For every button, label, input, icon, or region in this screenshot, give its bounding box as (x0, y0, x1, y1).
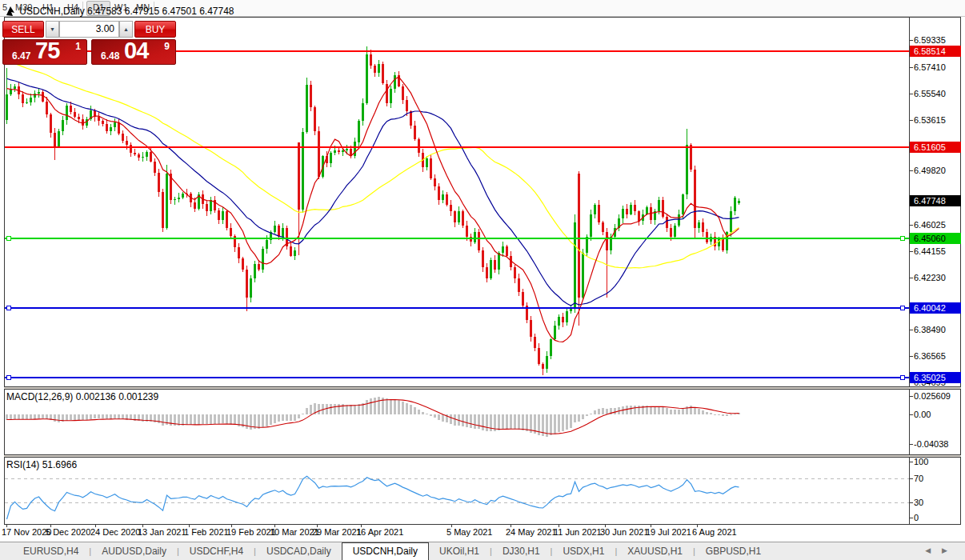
price-tick-label: 6.57410 (914, 62, 946, 72)
macd-name: MACD(12,26,9) (6, 391, 73, 402)
rsi-tick-label: 0 (914, 513, 919, 522)
price-tick-tickmark (909, 170, 913, 171)
price-tick-tickmark (909, 40, 913, 41)
chart-tab-EURUSD-H4[interactable]: EURUSD,H4 (13, 542, 89, 560)
macd-tick-tickmark (909, 396, 913, 397)
chart-tab-USDCHF-H4[interactable]: USDCHF,H4 (179, 542, 254, 560)
buy-price-sup: 9 (164, 41, 170, 52)
price-tick-label: 6.44155 (914, 246, 946, 256)
price-tick-tickmark (909, 225, 913, 226)
tab-scroll-arrows: ◀▶ (925, 546, 959, 554)
rsi-tick-label: 70 (914, 474, 923, 483)
chart-tab-DJ30-H1[interactable]: DJ30,H1 (492, 542, 551, 560)
rsi-label: RSI(14) 51.6966 (6, 459, 77, 470)
price-badge-6.35025: 6.35025 (910, 372, 961, 383)
one-click-trading-arrow-icon[interactable] (6, 6, 17, 16)
macd-tick-label: 0.00 (914, 410, 931, 419)
price-tick-tickmark (909, 67, 913, 68)
price-tick-tickmark (909, 330, 913, 330)
price-tick-label: 6.49820 (914, 166, 946, 175)
price-tick-label: 6.38490 (914, 325, 946, 334)
price-badge-6.45060: 6.45060 (910, 233, 961, 244)
sell-price-big: 75 (35, 38, 59, 64)
rsi-tick-tickmark (909, 518, 913, 518)
price-badge-6.51605: 6.51605 (910, 142, 961, 153)
date-label: 24 May 2021 (506, 527, 557, 537)
date-label: 6 Aug 2021 (692, 527, 737, 537)
chart-tab-GBPUSD-H1[interactable]: GBPUSD,H1 (695, 542, 771, 560)
buy-button[interactable]: BUY (134, 21, 176, 38)
sell-price-sup: 1 (75, 41, 81, 52)
tabbar-left-pad (0, 542, 13, 560)
volume-input[interactable]: 3.00 (59, 21, 119, 38)
chart-tab-USDCAD-Daily[interactable]: USDCAD,Daily (256, 542, 342, 560)
sell-button[interactable]: SELL (2, 21, 44, 38)
chart-title: USDCNH,Daily 6.47583 6.47915 6.47501 6.4… (6, 4, 234, 15)
sell-price-box[interactable]: 6.47 75 1 (2, 39, 87, 65)
date-label: 5 Dec 2020 (46, 527, 90, 537)
date-label: 29 Mar 2021 (312, 527, 362, 537)
price-chart-canvas[interactable] (0, 0, 965, 560)
chart-ohlc-values: 6.47583 6.47915 6.47501 6.47748 (87, 6, 234, 17)
price-tick-label: 6.59335 (914, 35, 946, 45)
chart-tab-AUDUSD-Daily[interactable]: AUDUSD,Daily (91, 542, 177, 560)
price-tick-tickmark (909, 120, 913, 121)
date-label: 30 Jun 2021 (600, 527, 649, 537)
macd-tick-label: -0.04038 (914, 439, 948, 449)
macd-label: MACD(12,26,9) 0.002136 0.001239 (6, 391, 158, 402)
rsi-tick-label: 100 (914, 457, 928, 466)
chart-symbol-period: USDCNH,Daily (19, 6, 84, 17)
chart-tab-USDCNH-Daily[interactable]: USDCNH,Daily (342, 542, 429, 560)
price-tick-label: 6.46025 (914, 220, 946, 230)
date-label: 5 May 2021 (446, 527, 492, 537)
date-label: 1 Feb 2021 (184, 527, 229, 537)
rsi-tick-label: 30 (914, 498, 923, 507)
date-label: 16 Apr 2021 (356, 527, 403, 537)
rsi-tick-tickmark (909, 502, 913, 503)
rsi-name: RSI(14) (6, 459, 39, 470)
date-label: 19 Feb 2021 (226, 527, 276, 537)
rsi-value: 51.6966 (42, 459, 77, 470)
tab-scroll-left-icon[interactable]: ◀ (925, 546, 942, 554)
chart-tab-UKOil-H1[interactable]: UKOil,H1 (429, 542, 490, 560)
sell-price-small: 6.47 (12, 50, 30, 62)
date-label: 17 Nov 2020 (2, 527, 51, 537)
price-tick-label: 6.55540 (914, 89, 946, 98)
chart-tab-USDX-H1[interactable]: USDX,H1 (552, 542, 615, 560)
price-badge-6.58514: 6.58514 (910, 46, 961, 57)
trading-app-window: 5M30H1H4D1W1MN USDCNH,Daily 6.47583 6.47… (0, 0, 965, 560)
price-tick-label: 6.42230 (914, 273, 946, 282)
price-tick-tickmark (909, 251, 913, 252)
macd-tick-tickmark (909, 444, 913, 445)
macd-value-main: 0.002136 (76, 391, 116, 402)
price-tick-label: 6.36565 (914, 351, 946, 361)
macd-tick-label: 0.025609 (914, 391, 951, 401)
chart-tab-XAUUSD-H1[interactable]: XAUUSD,H1 (617, 542, 693, 560)
tabs-container: EURUSD,H4|AUDUSD,Daily|USDCHF,H4|USDCAD,… (13, 542, 771, 560)
price-tick-label: 6.53615 (914, 115, 946, 125)
price-badge-6.47748: 6.47748 (910, 195, 961, 206)
buy-price-small: 6.48 (101, 50, 119, 62)
date-label: 11 Jun 2021 (554, 527, 602, 537)
rsi-tick-tickmark (909, 462, 913, 462)
one-click-trade-panel: SELL ▼ 3.00 ▲ BUY 6.47 75 1 6.48 04 9 (2, 21, 176, 63)
date-label: 19 Jul 2021 (646, 527, 691, 537)
price-tick-tickmark (909, 94, 913, 94)
chart-tab-bar: EURUSD,H4|AUDUSD,Daily|USDCHF,H4|USDCAD,… (0, 542, 965, 560)
price-badge-6.40042: 6.40042 (910, 302, 961, 314)
tab-scroll-right-icon[interactable]: ▶ (942, 546, 959, 554)
macd-tick-tickmark (909, 414, 913, 415)
buy-price-box[interactable]: 6.48 04 9 (91, 39, 176, 65)
price-tick-tickmark (909, 278, 913, 278)
price-tick-tickmark (909, 356, 913, 357)
date-label: 13 Jan 2021 (138, 527, 186, 537)
volume-increase-button[interactable]: ▲ (119, 21, 133, 38)
volume-decrease-button[interactable]: ▼ (46, 21, 59, 38)
rsi-tick-tickmark (909, 478, 913, 479)
date-label: 24 Dec 2020 (90, 527, 140, 537)
buy-price-big: 04 (124, 38, 148, 64)
macd-value-signal: 0.001239 (118, 391, 158, 402)
